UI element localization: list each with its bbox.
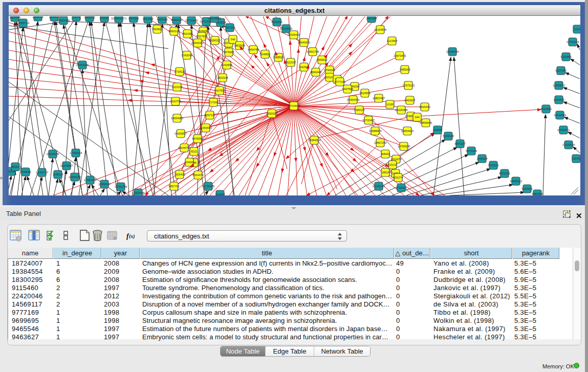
svg-text:5933928: 5933928	[443, 135, 454, 138]
svg-text:7485063: 7485063	[399, 68, 410, 71]
svg-text:11124: 11124	[574, 28, 580, 31]
svg-text:9327503: 9327503	[196, 35, 207, 38]
svg-text:8678354: 8678354	[192, 137, 203, 140]
svg-text:1905504: 1905504	[49, 16, 60, 18]
svg-text:85061: 85061	[11, 165, 19, 168]
svg-text:10654112: 10654112	[510, 180, 522, 183]
svg-text:9794028: 9794028	[324, 69, 335, 72]
svg-text:8660124: 8660124	[168, 30, 180, 33]
svg-text:3624554: 3624554	[359, 92, 371, 95]
svg-text:19654985: 19654985	[171, 117, 184, 120]
svg-text:6497568: 6497568	[342, 87, 353, 91]
svg-text:2718126: 2718126	[174, 70, 185, 73]
svg-text:10975887: 10975887	[60, 164, 73, 167]
svg-text:15136141: 15136141	[373, 185, 385, 188]
svg-text:7632621: 7632621	[488, 164, 499, 167]
svg-text:7386372: 7386372	[354, 108, 365, 112]
svg-text:10958137: 10958137	[98, 183, 111, 186]
svg-text:9463627: 9463627	[404, 99, 416, 102]
svg-text:19654923: 19654923	[401, 129, 414, 133]
svg-text:116753: 116753	[572, 157, 580, 160]
svg-text:891295: 891295	[183, 32, 192, 35]
svg-text:16033809: 16033809	[208, 17, 221, 20]
svg-text:2064704: 2064704	[32, 16, 43, 18]
svg-text:8322037: 8322037	[285, 61, 296, 64]
svg-text:1213967: 1213967	[386, 39, 398, 42]
svg-text:16640910: 16640910	[298, 41, 311, 44]
svg-text:(x): (x)	[129, 233, 135, 239]
svg-text:16543362: 16543362	[191, 41, 204, 45]
svg-text:12342737: 12342737	[36, 171, 49, 174]
svg-text:15046798: 15046798	[178, 146, 191, 149]
svg-text:20691406: 20691406	[57, 19, 70, 22]
svg-text:15716485: 15716485	[202, 185, 215, 188]
svg-text:16782759: 16782759	[115, 185, 127, 188]
svg-text:6966160: 6966160	[171, 18, 182, 21]
svg-text:10807487: 10807487	[373, 97, 385, 100]
svg-text:19218506: 19218506	[280, 27, 293, 30]
svg-text:546: 546	[230, 38, 235, 41]
svg-text:1012076: 1012076	[390, 158, 402, 161]
svg-text:17957225: 17957225	[84, 179, 97, 182]
svg-text:931884: 931884	[215, 193, 225, 195]
svg-text:1903394: 1903394	[9, 16, 20, 19]
svg-text:16154834: 16154834	[374, 28, 387, 31]
svg-text:9474444: 9474444	[466, 149, 477, 152]
svg-text:7625402: 7625402	[174, 173, 185, 176]
svg-text:1588520: 1588520	[273, 56, 284, 59]
svg-text:16648784: 16648784	[446, 50, 459, 53]
svg-text:9227349: 9227349	[555, 69, 567, 72]
svg-text:9242848: 9242848	[221, 63, 232, 67]
svg-text:18807249: 18807249	[374, 141, 387, 144]
svg-text:10899695: 10899695	[420, 121, 432, 124]
svg-text:1527602: 1527602	[128, 17, 139, 20]
svg-text:20206536: 20206536	[47, 152, 59, 156]
svg-text:14055714: 14055714	[17, 21, 30, 25]
svg-text:8813054: 8813054	[271, 20, 282, 24]
svg-text:18724007: 18724007	[288, 104, 300, 107]
svg-text:10025458: 10025458	[395, 108, 408, 112]
svg-text:1145134: 1145134	[53, 173, 64, 176]
svg-text:11525419: 11525419	[288, 33, 300, 36]
svg-text:9146821: 9146821	[259, 53, 271, 56]
svg-text:12160: 12160	[386, 103, 394, 106]
svg-text:644: 644	[415, 116, 420, 119]
svg-text:9329966: 9329966	[560, 55, 572, 58]
svg-text:9815440: 9815440	[419, 105, 430, 108]
svg-text:8471676: 8471676	[499, 172, 510, 175]
svg-text:15692971: 15692971	[557, 128, 570, 132]
svg-text:15751074: 15751074	[567, 40, 579, 43]
svg-text:16961758: 16961758	[307, 50, 319, 53]
svg-text:19384554: 19384554	[308, 139, 321, 142]
svg-text:10719185: 10719185	[185, 19, 198, 22]
svg-text:8222: 8222	[191, 150, 198, 153]
svg-text:1527602: 1527602	[142, 17, 154, 20]
svg-text:8186323: 8186323	[209, 39, 221, 42]
svg-text:1610755: 1610755	[170, 100, 181, 103]
svg-text:7955812: 7955812	[316, 58, 328, 61]
svg-text:3875685: 3875685	[223, 51, 234, 54]
svg-text:9777169: 9777169	[334, 80, 345, 83]
svg-text:908403: 908403	[381, 152, 390, 156]
svg-text:15720407: 15720407	[362, 119, 375, 122]
svg-text:6879197: 6879197	[454, 142, 466, 145]
svg-text:1156829: 1156829	[20, 170, 32, 173]
svg-text:9857791: 9857791	[168, 185, 180, 188]
svg-text:17016504: 17016504	[562, 143, 575, 146]
svg-text:415132: 415132	[388, 163, 398, 166]
svg-text:10756928: 10756928	[398, 145, 410, 148]
svg-text:7663822: 7663822	[151, 28, 163, 31]
svg-text:12975115: 12975115	[402, 84, 415, 87]
svg-text:717006: 717006	[209, 101, 219, 104]
svg-text:10973493: 10973493	[394, 54, 406, 57]
svg-text:11353594: 11353594	[200, 126, 212, 129]
svg-text:6914479: 6914479	[192, 173, 204, 177]
svg-text:2242004: 2242004	[181, 54, 192, 57]
svg-text:20053346: 20053346	[76, 63, 89, 67]
svg-text:2087682: 2087682	[366, 17, 377, 20]
svg-text:2803144: 2803144	[217, 76, 228, 79]
svg-text:9383424: 9383424	[532, 192, 543, 195]
svg-text:1065532671: 1065532671	[111, 17, 127, 20]
svg-text:18300287: 18300287	[266, 112, 278, 115]
svg-text:10688609: 10688609	[369, 129, 382, 133]
